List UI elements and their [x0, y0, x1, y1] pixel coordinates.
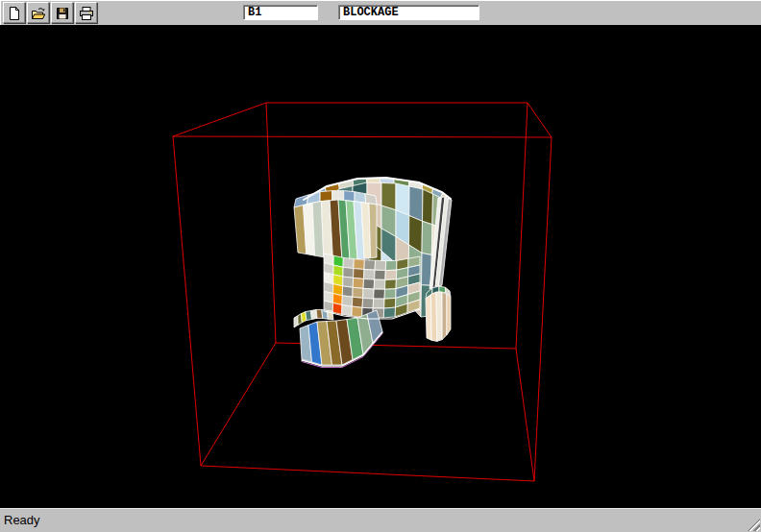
print-button[interactable] — [75, 2, 97, 23]
cube-edge-fbr-fbl — [201, 466, 534, 481]
cube-edge-bbr-fbr — [516, 349, 534, 481]
new-button[interactable] — [3, 2, 25, 23]
cube-edge-ftl-btl — [173, 103, 266, 136]
open-folder-icon — [31, 6, 46, 21]
band-waist-grid — [324, 254, 420, 318]
application-window: Ready — [0, 0, 761, 532]
save-floppy-icon — [55, 6, 70, 21]
band-right-flap — [426, 292, 451, 341]
resize-grip-icon[interactable] — [748, 519, 760, 531]
new-document-icon — [7, 6, 22, 21]
cube-edge-ftl-fbl — [173, 136, 201, 466]
toolbar-buttons — [0, 0, 98, 16]
cube-edge-ftr-ftl — [173, 136, 552, 137]
status-message: Ready — [0, 513, 40, 527]
band-upper-drum-wall — [294, 200, 377, 260]
cube-edge-btr-ftr — [528, 103, 552, 137]
print-icon — [79, 6, 94, 21]
save-button[interactable] — [51, 2, 73, 23]
status-bar: Ready — [0, 508, 761, 532]
blockage-name-field[interactable] — [338, 5, 479, 20]
cube-edge-btr-bbr — [516, 103, 528, 349]
open-button[interactable] — [27, 2, 49, 23]
toolbar — [0, 0, 761, 25]
block-id-field[interactable] — [243, 5, 318, 20]
cube-edge-fbl-bbl — [201, 343, 276, 466]
viewport-3d[interactable] — [0, 25, 761, 508]
blockage-model — [294, 178, 452, 368]
cube-edge-ftr-fbr — [534, 137, 552, 481]
cube-edge-btl-bbl — [266, 103, 276, 343]
